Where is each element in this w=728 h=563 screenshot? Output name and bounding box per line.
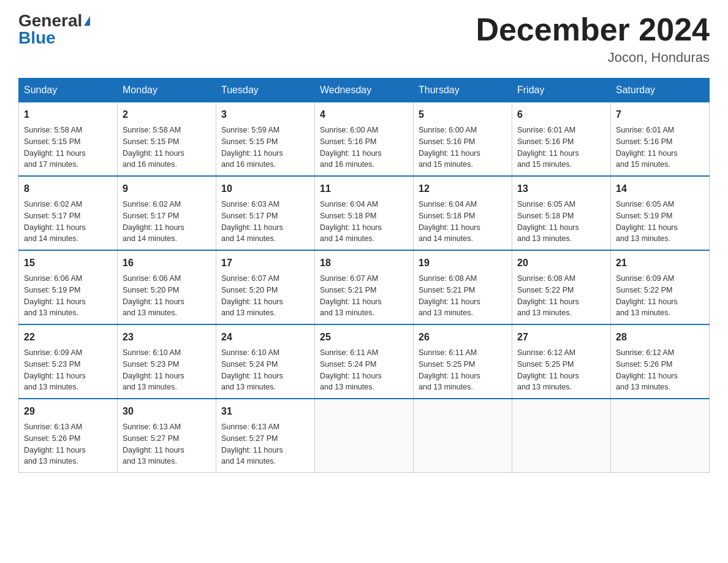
day-info: Sunrise: 6:01 AMSunset: 5:16 PMDaylight:…	[616, 124, 704, 170]
day-number: 14	[616, 182, 704, 196]
day-number: 12	[419, 182, 507, 196]
day-number: 25	[320, 330, 408, 345]
day-number: 21	[616, 256, 704, 270]
calendar-day-cell: 30Sunrise: 6:13 AMSunset: 5:27 PMDayligh…	[118, 399, 216, 473]
header-sunday: Sunday	[19, 79, 118, 102]
day-number: 7	[616, 107, 704, 122]
day-info: Sunrise: 6:07 AMSunset: 5:20 PMDaylight:…	[221, 273, 309, 319]
calendar-day-cell: 11Sunrise: 6:04 AMSunset: 5:18 PMDayligh…	[315, 176, 414, 250]
day-info: Sunrise: 6:09 AMSunset: 5:23 PMDaylight:…	[24, 347, 112, 393]
calendar-day-cell: 6Sunrise: 6:01 AMSunset: 5:16 PMDaylight…	[512, 102, 611, 177]
page-header: General Blue December 2024 Jocon, Hondur…	[18, 12, 710, 66]
day-number: 11	[320, 182, 408, 196]
day-number: 31	[221, 404, 309, 419]
calendar-day-cell: 10Sunrise: 6:03 AMSunset: 5:17 PMDayligh…	[216, 176, 315, 250]
day-info: Sunrise: 5:59 AMSunset: 5:15 PMDaylight:…	[221, 124, 309, 170]
day-number: 5	[419, 107, 507, 122]
empty-cell	[315, 399, 414, 473]
day-number: 30	[123, 404, 211, 419]
calendar-day-cell: 22Sunrise: 6:09 AMSunset: 5:23 PMDayligh…	[19, 324, 118, 399]
location-label: Jocon, Honduras	[476, 50, 710, 66]
calendar-day-cell: 23Sunrise: 6:10 AMSunset: 5:23 PMDayligh…	[118, 324, 216, 399]
calendar-body: 1Sunrise: 5:58 AMSunset: 5:15 PMDaylight…	[19, 102, 710, 473]
day-info: Sunrise: 6:08 AMSunset: 5:22 PMDaylight:…	[517, 273, 605, 319]
day-number: 8	[24, 182, 112, 196]
day-info: Sunrise: 6:06 AMSunset: 5:20 PMDaylight:…	[123, 273, 211, 319]
header-monday: Monday	[118, 79, 216, 102]
calendar-week-row: 29Sunrise: 6:13 AMSunset: 5:26 PMDayligh…	[19, 399, 710, 473]
calendar-week-row: 8Sunrise: 6:02 AMSunset: 5:17 PMDaylight…	[19, 176, 710, 250]
day-info: Sunrise: 6:13 AMSunset: 5:26 PMDaylight:…	[24, 421, 112, 467]
day-info: Sunrise: 6:07 AMSunset: 5:21 PMDaylight:…	[320, 273, 408, 319]
header-friday: Friday	[512, 79, 611, 102]
day-number: 17	[221, 256, 309, 270]
calendar-week-row: 15Sunrise: 6:06 AMSunset: 5:19 PMDayligh…	[19, 250, 710, 324]
day-number: 23	[123, 330, 211, 345]
day-number: 20	[517, 256, 605, 270]
header-thursday: Thursday	[414, 79, 512, 102]
calendar-day-cell: 1Sunrise: 5:58 AMSunset: 5:15 PMDaylight…	[19, 102, 118, 177]
day-number: 27	[517, 330, 605, 345]
day-info: Sunrise: 6:02 AMSunset: 5:17 PMDaylight:…	[123, 199, 211, 245]
day-info: Sunrise: 6:12 AMSunset: 5:26 PMDaylight:…	[616, 347, 704, 393]
logo: General Blue	[18, 12, 90, 47]
calendar-day-cell: 5Sunrise: 6:00 AMSunset: 5:16 PMDaylight…	[414, 102, 512, 177]
empty-cell	[611, 399, 710, 473]
day-info: Sunrise: 5:58 AMSunset: 5:15 PMDaylight:…	[123, 124, 211, 170]
day-number: 3	[221, 107, 309, 122]
calendar-day-cell: 12Sunrise: 6:04 AMSunset: 5:18 PMDayligh…	[414, 176, 512, 250]
calendar-day-cell: 28Sunrise: 6:12 AMSunset: 5:26 PMDayligh…	[611, 324, 710, 399]
calendar-day-cell: 27Sunrise: 6:12 AMSunset: 5:25 PMDayligh…	[512, 324, 611, 399]
logo-triangle-icon	[84, 16, 90, 26]
empty-cell	[414, 399, 512, 473]
day-number: 13	[517, 182, 605, 196]
day-number: 2	[123, 107, 211, 122]
calendar-day-cell: 18Sunrise: 6:07 AMSunset: 5:21 PMDayligh…	[315, 250, 414, 324]
calendar-day-cell: 7Sunrise: 6:01 AMSunset: 5:16 PMDaylight…	[611, 102, 710, 177]
logo-general-text: General	[18, 12, 82, 29]
day-info: Sunrise: 6:04 AMSunset: 5:18 PMDaylight:…	[320, 199, 408, 245]
day-number: 16	[123, 256, 211, 270]
calendar-day-cell: 19Sunrise: 6:08 AMSunset: 5:21 PMDayligh…	[414, 250, 512, 324]
calendar-day-cell: 3Sunrise: 5:59 AMSunset: 5:15 PMDaylight…	[216, 102, 315, 177]
calendar-day-cell: 21Sunrise: 6:09 AMSunset: 5:22 PMDayligh…	[611, 250, 710, 324]
calendar-day-cell: 4Sunrise: 6:00 AMSunset: 5:16 PMDaylight…	[315, 102, 414, 177]
day-info: Sunrise: 6:11 AMSunset: 5:24 PMDaylight:…	[320, 347, 408, 393]
day-number: 24	[221, 330, 309, 345]
day-info: Sunrise: 6:00 AMSunset: 5:16 PMDaylight:…	[320, 124, 408, 170]
calendar-week-row: 22Sunrise: 6:09 AMSunset: 5:23 PMDayligh…	[19, 324, 710, 399]
day-info: Sunrise: 6:11 AMSunset: 5:25 PMDaylight:…	[419, 347, 507, 393]
day-info: Sunrise: 6:10 AMSunset: 5:24 PMDaylight:…	[221, 347, 309, 393]
calendar-day-cell: 13Sunrise: 6:05 AMSunset: 5:18 PMDayligh…	[512, 176, 611, 250]
calendar-day-cell: 14Sunrise: 6:05 AMSunset: 5:19 PMDayligh…	[611, 176, 710, 250]
day-info: Sunrise: 6:03 AMSunset: 5:17 PMDaylight:…	[221, 199, 309, 245]
day-info: Sunrise: 6:04 AMSunset: 5:18 PMDaylight:…	[419, 199, 507, 245]
calendar-day-cell: 9Sunrise: 6:02 AMSunset: 5:17 PMDaylight…	[118, 176, 216, 250]
day-number: 26	[419, 330, 507, 345]
calendar-week-row: 1Sunrise: 5:58 AMSunset: 5:15 PMDaylight…	[19, 102, 710, 177]
calendar-day-cell: 24Sunrise: 6:10 AMSunset: 5:24 PMDayligh…	[216, 324, 315, 399]
day-info: Sunrise: 6:08 AMSunset: 5:21 PMDaylight:…	[419, 273, 507, 319]
calendar-day-cell: 20Sunrise: 6:08 AMSunset: 5:22 PMDayligh…	[512, 250, 611, 324]
calendar-day-cell: 29Sunrise: 6:13 AMSunset: 5:26 PMDayligh…	[19, 399, 118, 473]
day-info: Sunrise: 6:00 AMSunset: 5:16 PMDaylight:…	[419, 124, 507, 170]
day-info: Sunrise: 6:05 AMSunset: 5:19 PMDaylight:…	[616, 199, 704, 245]
day-number: 29	[24, 404, 112, 419]
day-number: 28	[616, 330, 704, 345]
calendar-day-cell: 17Sunrise: 6:07 AMSunset: 5:20 PMDayligh…	[216, 250, 315, 324]
day-info: Sunrise: 6:06 AMSunset: 5:19 PMDaylight:…	[24, 273, 112, 319]
day-info: Sunrise: 6:09 AMSunset: 5:22 PMDaylight:…	[616, 273, 704, 319]
day-info: Sunrise: 6:02 AMSunset: 5:17 PMDaylight:…	[24, 199, 112, 245]
day-info: Sunrise: 5:58 AMSunset: 5:15 PMDaylight:…	[24, 124, 112, 170]
header-wednesday: Wednesday	[315, 79, 414, 102]
month-title: December 2024	[476, 12, 710, 47]
header-saturday: Saturday	[611, 79, 710, 102]
day-number: 4	[320, 107, 408, 122]
calendar-header-row: SundayMondayTuesdayWednesdayThursdayFrid…	[19, 79, 710, 102]
header-tuesday: Tuesday	[216, 79, 315, 102]
day-info: Sunrise: 6:10 AMSunset: 5:23 PMDaylight:…	[123, 347, 211, 393]
title-section: December 2024 Jocon, Honduras	[476, 12, 710, 66]
day-number: 6	[517, 107, 605, 122]
day-info: Sunrise: 6:13 AMSunset: 5:27 PMDaylight:…	[123, 421, 211, 467]
calendar-table: SundayMondayTuesdayWednesdayThursdayFrid…	[18, 78, 710, 473]
